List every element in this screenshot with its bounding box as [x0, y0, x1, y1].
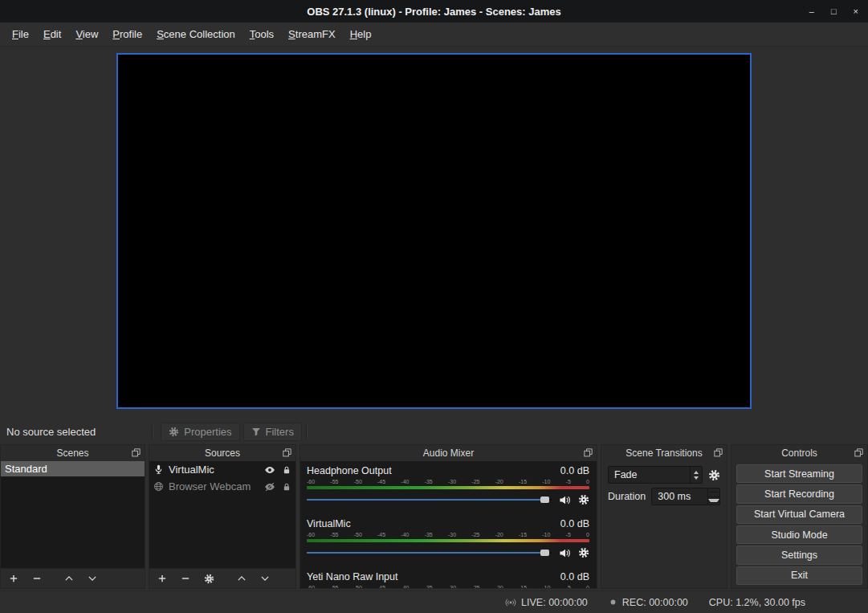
scene-transitions-body: Fade Duration 300 ms	[601, 461, 727, 588]
duration-decrement-button[interactable]	[708, 497, 719, 505]
move-source-up-button[interactable]	[237, 574, 247, 583]
add-source-button[interactable]	[157, 574, 167, 583]
settings-button[interactable]: Settings	[736, 546, 862, 564]
minimize-button[interactable]: –	[809, 7, 814, 16]
transition-value: Fade	[609, 469, 690, 480]
record-dot-icon	[609, 598, 617, 607]
meter-tick: -5	[566, 478, 571, 485]
popout-icon[interactable]	[714, 448, 723, 457]
filters-button[interactable]: Filters	[243, 423, 302, 441]
mute-button[interactable]	[559, 547, 571, 559]
menu-file[interactable]: File	[5, 24, 36, 44]
duration-input[interactable]: 300 ms	[651, 488, 720, 505]
popout-icon[interactable]	[283, 448, 291, 457]
start-streaming-button[interactable]: Start Streaming	[736, 464, 862, 483]
mute-button[interactable]	[559, 494, 571, 506]
source-properties-button[interactable]	[204, 574, 214, 584]
volume-slider-handle[interactable]	[540, 550, 549, 556]
visibility-toggle-icon[interactable]	[264, 464, 275, 476]
scenes-panel-header[interactable]: Scenes	[1, 445, 145, 461]
scenes-panel-title: Scenes	[56, 447, 88, 459]
cpu-fps-status: CPU: 1.2%, 30.00 fps	[709, 597, 805, 608]
source-label: Browser Webcam	[169, 480, 251, 492]
filter-icon	[251, 427, 261, 436]
scenes-list: Standard	[1, 461, 145, 568]
mixer-channel: Headphone Output 0.0 dB -60-55-50-45-40-…	[307, 464, 589, 508]
spin-up-icon	[708, 492, 719, 492]
scenes-panel: Scenes Standard	[0, 444, 145, 589]
menu-tools[interactable]: Tools	[242, 24, 281, 44]
meter-tick: -25	[471, 478, 479, 485]
menu-edit[interactable]: Edit	[36, 24, 68, 44]
scene-item[interactable]: Standard	[1, 461, 145, 476]
transition-settings-button[interactable]	[708, 469, 720, 481]
volume-slider[interactable]	[307, 494, 552, 505]
meter-tick: -5	[566, 584, 571, 588]
window-titlebar[interactable]: OBS 27.1.3 (linux) - Profile: James - Sc…	[0, 0, 868, 22]
lock-toggle-icon[interactable]	[282, 465, 291, 475]
channel-settings-button[interactable]	[578, 494, 589, 505]
meter-tick: -55	[330, 531, 338, 538]
menu-scene-collection[interactable]: Scene Collection	[149, 24, 242, 44]
move-source-down-button[interactable]	[260, 574, 270, 583]
spin-down-icon	[694, 476, 699, 480]
combo-arrows[interactable]	[690, 467, 702, 483]
toolbar-separator	[306, 425, 308, 439]
studio-mode-button[interactable]: Studio Mode	[736, 525, 862, 544]
start-virtual-camera-button[interactable]: Start Virtual Camera	[736, 505, 862, 524]
meter-tick: -30	[448, 584, 456, 588]
duration-increment-button[interactable]	[708, 488, 719, 497]
source-row[interactable]: Browser Webcam	[149, 478, 295, 495]
rec-status: REC: 00:00:00	[622, 597, 688, 608]
add-scene-button[interactable]	[9, 574, 18, 583]
volume-slider[interactable]	[307, 547, 552, 558]
sources-panel-title: Sources	[205, 447, 240, 459]
meter-tick: -15	[519, 478, 527, 485]
start-recording-button[interactable]: Start Recording	[736, 484, 862, 503]
meter-scale: -60-55-50-45-40-35-30-25-20-15-10-50	[307, 531, 589, 538]
scene-transitions-header[interactable]: Scene Transitions	[601, 445, 727, 461]
popout-icon[interactable]	[854, 448, 863, 457]
move-scene-down-button[interactable]	[88, 574, 97, 583]
remove-source-button[interactable]	[181, 574, 190, 583]
properties-button[interactable]: Properties	[161, 423, 239, 441]
meter-tick: -45	[377, 478, 385, 485]
move-scene-up-button[interactable]	[64, 574, 74, 583]
menu-view[interactable]: View	[68, 24, 105, 44]
audio-mixer-body: Headphone Output 0.0 dB -60-55-50-45-40-…	[300, 461, 597, 588]
menu-help[interactable]: Help	[343, 24, 379, 44]
spin-down-icon	[708, 499, 719, 503]
transition-select[interactable]: Fade	[608, 466, 703, 484]
meter-scale: -60-55-50-45-40-35-30-25-20-15-10-50	[307, 584, 589, 588]
meter-tick: -20	[495, 531, 503, 538]
scene-item-label: Standard	[5, 463, 47, 475]
no-source-label: No source selected	[6, 426, 96, 438]
popout-icon[interactable]	[132, 448, 141, 457]
visibility-off-toggle-icon[interactable]	[264, 481, 275, 492]
exit-button[interactable]: Exit	[736, 566, 862, 585]
duration-label: Duration	[608, 491, 646, 502]
lock-toggle-icon[interactable]	[282, 482, 291, 492]
meter-tick: -35	[425, 478, 433, 485]
menu-profile[interactable]: Profile	[105, 24, 149, 44]
meter-tick: -10	[542, 584, 550, 588]
window-controls: – □ ×	[809, 0, 858, 22]
meter-tick: -60	[307, 478, 315, 485]
audio-mixer-header[interactable]: Audio Mixer	[300, 445, 597, 461]
popout-icon[interactable]	[584, 448, 593, 457]
audio-mixer-panel: Audio Mixer Headphone Output 0.0 dB -60-…	[300, 444, 597, 589]
sources-panel-header[interactable]: Sources	[149, 445, 295, 461]
volume-slider-handle[interactable]	[540, 497, 549, 503]
scene-preview[interactable]	[116, 53, 752, 409]
controls-header[interactable]: Controls	[731, 445, 867, 461]
menu-streamfx[interactable]: StreamFX	[281, 24, 343, 44]
meter-tick: -20	[495, 478, 503, 485]
scene-transitions-panel: Scene Transitions Fade Duration 300 ms	[601, 444, 727, 589]
remove-scene-button[interactable]	[32, 574, 42, 583]
volume-slider-fill	[307, 499, 540, 501]
channel-settings-button[interactable]	[578, 547, 589, 558]
scene-transitions-title: Scene Transitions	[626, 447, 702, 459]
source-row[interactable]: VirtualMic	[149, 461, 295, 478]
close-button[interactable]: ×	[854, 7, 858, 16]
maximize-button[interactable]: □	[831, 7, 837, 16]
